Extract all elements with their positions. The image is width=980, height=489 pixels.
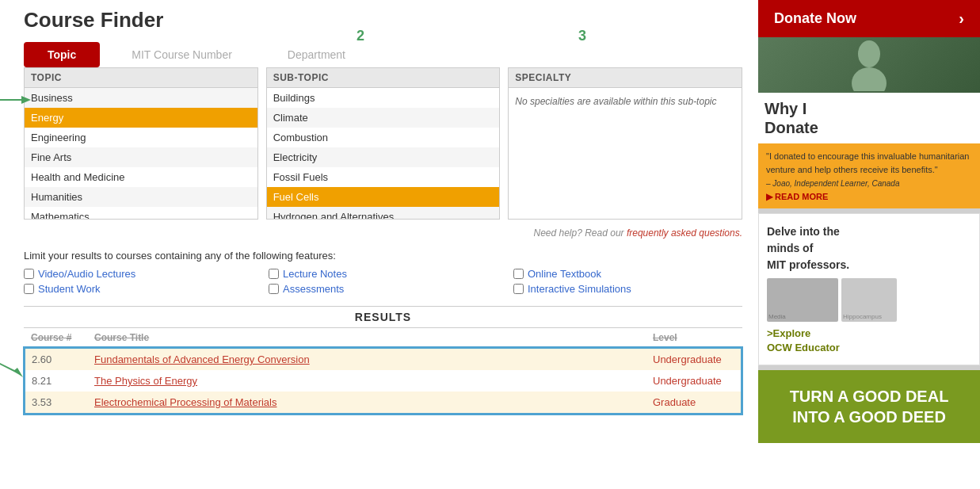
sidebar: Donate Now › Why IDonate "I donated to e… [758, 0, 980, 443]
subtopic-item-fossil[interactable]: Fossil Fuels [267, 167, 500, 187]
filter-video-audio: Video/Audio Lectures [24, 268, 253, 280]
play-icon: ▶ [766, 191, 773, 202]
step1-annotation: 1 [0, 91, 31, 108]
topic-item-humanities[interactable]: Humanities [25, 187, 257, 207]
topic-item-engineering[interactable]: Engineering [25, 128, 257, 147]
tab-topic[interactable]: Topic [24, 42, 100, 67]
subtopic-item-climate[interactable]: Climate [267, 108, 500, 128]
topic-item-finearts[interactable]: Fine Arts [25, 147, 257, 167]
course-title-1[interactable]: Fundamentals of Advanced Energy Conversi… [94, 353, 310, 365]
page-title: Course Finder [24, 8, 742, 32]
filter-assessments-checkbox[interactable] [269, 284, 279, 294]
explore-images: Media Hippocampus [767, 278, 971, 322]
course-number-1: 2.60 [25, 348, 88, 370]
table-row: 2.60 Fundamentals of Advanced Energy Con… [25, 348, 742, 370]
good-deed-box[interactable]: TURN A GOOD DEAL INTO A GOOD DEED [758, 370, 980, 443]
topic-list[interactable]: Business Energy Engineering Fine Arts He… [25, 88, 257, 219]
topic-selector: TOPIC Business Energy Engineering Fine A… [24, 67, 258, 220]
good-deed-text: TURN A GOOD DEAL INTO A GOOD DEED [770, 386, 968, 427]
read-more-label[interactable]: READ MORE [775, 192, 828, 201]
explore-link[interactable]: >ExploreOCW Educator [767, 327, 971, 355]
filter-studentwork-label[interactable]: Student Work [38, 283, 101, 295]
col-header-number: Course # [25, 328, 88, 348]
filter-textbook-label[interactable]: Online Textbook [528, 268, 601, 280]
specialty-empty-text: No specialties are available within this… [509, 88, 742, 115]
topic-item-health[interactable]: Health and Medicine [25, 167, 257, 187]
why-donate-quote: "I donated to encourage this invaluable … [766, 150, 972, 176]
topic-item-business[interactable]: Business [25, 88, 257, 108]
filter-studentwork-checkbox[interactable] [24, 284, 34, 294]
subtopic-list[interactable]: Buildings Climate Combustion Electricity… [267, 88, 500, 219]
tab-department[interactable]: Department [264, 42, 369, 67]
filter-lecture-notes: Lecture Notes [269, 268, 498, 280]
explore-title: Delve into theminds ofMIT professors. [767, 223, 971, 273]
subtopic-item-hydrogen[interactable]: Hydrogen and Alternatives [267, 207, 500, 219]
filter-lecture-checkbox[interactable] [269, 269, 279, 279]
specialty-list: No specialties are available within this… [509, 88, 742, 219]
svg-point-5 [852, 67, 887, 91]
explore-box: Delve into theminds ofMIT professors. Me… [758, 213, 980, 365]
subtopic-item-electricity[interactable]: Electricity [267, 147, 500, 167]
course-number-3: 3.53 [25, 392, 88, 414]
col-header-title: Course Title [88, 328, 646, 348]
why-donate-title: Why IDonate [765, 99, 974, 137]
course-level-1: Undergraduate [646, 348, 742, 370]
subtopic-selector: SUB-TOPIC Buildings Climate Combustion E… [266, 67, 501, 220]
col-header-level: Level [646, 328, 742, 348]
help-text: Need help? Read our frequently asked que… [24, 227, 742, 239]
specialty-selector: SPECIALTY No specialties are available w… [508, 67, 742, 220]
course-number-2: 8.21 [25, 370, 88, 392]
filter-simulations: Interactive Simulations [513, 283, 742, 295]
filter-simulations-checkbox[interactable] [513, 284, 524, 294]
step4-annotation: 4 [0, 353, 27, 377]
subtopic-item-combustion[interactable]: Combustion [267, 128, 500, 147]
filter-options: Video/Audio Lectures Lecture Notes Onlin… [24, 268, 742, 295]
step2-annotation: 2 [357, 28, 364, 44]
why-donate-content: Why IDonate [758, 93, 980, 143]
svg-marker-1 [21, 96, 31, 104]
topic-header: TOPIC [25, 68, 257, 88]
explore-image-1: Media [767, 278, 838, 322]
filter-online-textbook: Online Textbook [513, 268, 742, 280]
subtopic-item-buildings[interactable]: Buildings [267, 88, 500, 108]
course-title-3[interactable]: Electrochemical Processing of Materials [94, 396, 276, 408]
tab-mit-number[interactable]: MIT Course Number [100, 42, 264, 67]
filter-lecture-label[interactable]: Lecture Notes [283, 268, 347, 280]
selector-area: TOPIC Business Energy Engineering Fine A… [24, 67, 742, 220]
topic-item-energy[interactable]: Energy [25, 108, 257, 128]
filter-simulations-label[interactable]: Interactive Simulations [528, 283, 631, 295]
course-title-2[interactable]: The Physics of Energy [94, 375, 197, 387]
filter-textbook-checkbox[interactable] [513, 269, 524, 279]
why-donate-title-area: Why IDonate [758, 93, 980, 143]
why-donate-image [758, 37, 980, 93]
explore-image-2: Hippocampus [841, 278, 897, 322]
why-donate-attribution: – Joao, Independent Learner, Canada [766, 179, 972, 188]
step3-annotation: 3 [578, 28, 586, 44]
results-table: Course # Course Title Level 2.60 Fundame… [24, 328, 742, 415]
why-donate-box: Why IDonate "I donated to encourage this… [758, 37, 980, 208]
svg-point-4 [858, 40, 880, 67]
table-row: 8.21 The Physics of Energy Undergraduate [25, 370, 742, 392]
course-level-3: Graduate [646, 392, 742, 414]
filter-video-label[interactable]: Video/Audio Lectures [38, 268, 135, 280]
results-section: 4 RESULTS Course # Course Title Level 2.… [24, 306, 742, 415]
read-more-area[interactable]: ▶ READ MORE [766, 191, 972, 202]
filter-video-checkbox[interactable] [24, 269, 34, 279]
donate-now-button[interactable]: Donate Now › [758, 0, 980, 37]
filter-section: Limit your results to courses containing… [24, 250, 742, 295]
filter-assessments: Assessments [269, 283, 498, 295]
filter-label: Limit your results to courses containing… [24, 250, 742, 262]
donate-now-label: Donate Now [774, 10, 856, 27]
course-level-2: Undergraduate [646, 370, 742, 392]
topic-item-mathematics[interactable]: Mathematics [25, 207, 257, 219]
subtopic-header: SUB-TOPIC [267, 68, 500, 88]
subtopic-item-fuelcells[interactable]: Fuel Cells [267, 187, 500, 207]
filter-student-work: Student Work [24, 283, 253, 295]
tab-bar: 2 3 Topic MIT Course Number Department [24, 42, 742, 67]
faq-link[interactable]: frequently asked questions. [627, 227, 742, 239]
table-row: 3.53 Electrochemical Processing of Mater… [25, 392, 742, 414]
filter-assessments-label[interactable]: Assessments [283, 283, 344, 295]
why-donate-quote-area: "I donated to encourage this invaluable … [758, 143, 980, 208]
svg-marker-3 [13, 368, 23, 377]
chevron-icon: › [959, 10, 964, 28]
